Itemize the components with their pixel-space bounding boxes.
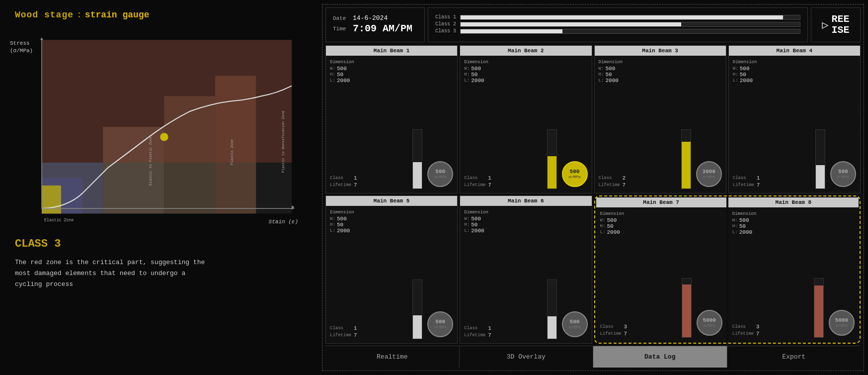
y-axis-label: Stress (σ/MPa)	[10, 40, 33, 55]
class-bars: Class 1 Class 2 Class 3	[428, 7, 808, 42]
beam1-bar-track	[412, 129, 422, 189]
beam7-gauge: 5000 σ/MPa	[680, 211, 722, 338]
beam-card-5: Main Beam 5 Dimension W:500 H:50 L:2000 …	[325, 195, 458, 344]
beam1-bar-fill	[413, 162, 422, 188]
beam1-bar	[410, 124, 424, 189]
datetime-info: Date 14-6-2024 Time 7:09 AM/PM	[325, 7, 425, 42]
beam5-body: Dimension W:500 H:50 L:2000 Class1 Lifet…	[326, 206, 457, 343]
svg-rect-5	[42, 40, 292, 162]
beam4-gauge-value: 500	[838, 169, 848, 175]
class1-bar-row: Class 1	[435, 14, 800, 20]
beam4-bar-track	[815, 129, 825, 189]
tab-realtime[interactable]: Realtime	[325, 346, 460, 368]
svg-marker-17	[40, 37, 43, 40]
beam-card-2: Main Beam 2 Dimension W:500 H:50 L:2000 …	[460, 45, 592, 193]
beam3-gauge: 3000 σ/MPa	[679, 60, 722, 189]
beam4-bar	[813, 124, 827, 189]
class2-bar-row: Class 2	[435, 21, 800, 27]
class3-bar-row: Class 3	[435, 28, 800, 34]
beam8-gauge-value: 5000	[835, 318, 848, 323]
beam6-header: Main Beam 6	[460, 196, 591, 206]
beam6-bar-track	[547, 280, 557, 339]
stress-strain-chart: Stress (σ/MPa) Elastic Zone	[15, 35, 298, 224]
beam4-body: Dimension W:500 H:50 L:2000 Class1 Lifet…	[729, 56, 860, 193]
beam-card-3: Main Beam 3 Dimension W:500 H:50 L:2000 …	[594, 45, 726, 193]
class1-fill	[461, 15, 783, 19]
title-bar: Wood stage : strain gauge	[15, 10, 303, 20]
beam3-bar	[679, 124, 693, 189]
svg-rect-7	[42, 186, 61, 213]
beam7-left: Dimension W:500 H:50 L:2000 Class3 Lifet…	[600, 211, 677, 338]
beam3-body: Dimension W:500 H:50 L:2000 Class2 Lifet…	[595, 56, 726, 193]
beam4-bar-fill	[816, 165, 825, 188]
svg-text:Plastic Zone: Plastic Zone	[230, 139, 234, 165]
class2-fill	[461, 22, 681, 26]
bottom-tabs: Realtime 3D Overlay Data Log Export	[325, 346, 861, 368]
beam1-left: Dimension W:500 H:50 L:2000 Class1 Lifet…	[330, 60, 407, 189]
beam5-gauge-unit: σ/MPa	[434, 325, 446, 329]
svg-text:Elastic to Plastic Zone: Elastic to Plastic Zone	[149, 136, 153, 186]
class3-label: Class 3	[435, 28, 460, 34]
beam6-left: Dimension W:500 H:50 L:2000 Class1 Lifet…	[464, 210, 542, 339]
svg-text:Plastic to Densification Zone: Plastic to Densification Zone	[281, 110, 285, 173]
beam3-bar-fill	[682, 142, 691, 188]
beam3-dim: Dimension W:500 H:50 L:2000	[599, 60, 676, 84]
beam2-gauge-circle: 500 σ/MPa	[562, 161, 588, 187]
beam5-left: Dimension W:500 H:50 L:2000 Class1 Lifet…	[330, 210, 407, 339]
beam4-cl: Class1 Lifetime7	[733, 175, 810, 189]
beam2-bar	[545, 124, 559, 189]
beam3-cl: Class2 Lifetime7	[599, 175, 676, 189]
beam6-cl: Class1 Lifetime7	[464, 325, 542, 339]
beam8-gauge-circle: 5000 σ/MPa	[829, 310, 855, 336]
beam6-bar	[545, 275, 559, 339]
logo-icon: ▷	[822, 18, 828, 32]
beam2-bar-track	[547, 129, 557, 189]
beam3-gauge-unit: σ/MPa	[703, 175, 715, 179]
beam1-gauge: 500 σ/MPa	[410, 60, 453, 189]
beam1-dim: Dimension W:500 H:50 L:2000	[330, 60, 407, 84]
beam8-bar	[812, 273, 826, 338]
date-value: 14-6-2024	[353, 14, 388, 22]
beam1-gauge-value: 500	[435, 169, 445, 175]
beam1-gauge-circle: 500 σ/MPa	[427, 161, 453, 187]
beam6-gauge-unit: σ/MPa	[568, 325, 580, 329]
x-axis-label: Stain (ε)	[269, 219, 298, 225]
class2-label: Class 2	[435, 21, 460, 27]
beam6-bar-fill	[548, 316, 556, 339]
beam7-bar-fill	[682, 284, 691, 337]
logo-text-line2: ISE	[832, 25, 850, 36]
beam2-left: Dimension W:500 H:50 L:2000 Class1 Lifet…	[464, 60, 542, 189]
class-title: CLASS 3	[15, 238, 303, 250]
beam5-cl: Class1 Lifetime7	[330, 325, 407, 339]
beam8-header: Main Beam 8	[728, 197, 859, 207]
beams-area: Main Beam 1 Dimension W:500 H:50 L:2000 …	[325, 45, 861, 344]
beam6-gauge-circle: 500 σ/MPa	[562, 311, 588, 337]
beam7-cl: Class3 Lifetime7	[600, 324, 677, 338]
title-sub: strain gauge	[85, 10, 150, 20]
beam5-gauge-circle: 500 σ/MPa	[427, 311, 453, 337]
beam3-bar-track	[681, 129, 691, 189]
beam-card-1: Main Beam 1 Dimension W:500 H:50 L:2000 …	[325, 45, 458, 193]
class2-track	[460, 22, 800, 27]
svg-marker-16	[292, 205, 294, 210]
beam2-gauge-value: 500	[570, 169, 580, 175]
beam-card-7: Main Beam 7 Dimension W:500 H:50 L:2000 …	[596, 197, 726, 342]
title-sep: :	[77, 10, 82, 20]
beam2-header: Main Beam 2	[460, 46, 591, 56]
tab-export[interactable]: Export	[727, 346, 861, 368]
header-row: Date 14-6-2024 Time 7:09 AM/PM Class 1 C…	[325, 7, 861, 42]
beam4-gauge-unit: σ/MPa	[837, 175, 849, 179]
tab-3d-overlay[interactable]: 3D Overlay	[460, 346, 594, 368]
beam3-left: Dimension W:500 H:50 L:2000 Class2 Lifet…	[599, 60, 676, 189]
beam5-dim: Dimension W:500 H:50 L:2000	[330, 210, 407, 234]
class3-fill	[461, 29, 562, 33]
beam1-header: Main Beam 1	[326, 46, 457, 56]
beam3-header: Main Beam 3	[595, 46, 726, 56]
top-beams-row: Main Beam 1 Dimension W:500 H:50 L:2000 …	[325, 45, 861, 193]
date-label: Date	[333, 15, 353, 21]
beam5-gauge-value: 500	[435, 319, 445, 325]
beam1-gauge-unit: σ/MPa	[434, 175, 446, 179]
beam4-dim: Dimension W:500 H:50 L:2000	[733, 60, 810, 84]
tab-data-log[interactable]: Data Log	[593, 346, 727, 368]
beam4-gauge-circle: 500 σ/MPa	[830, 161, 856, 187]
